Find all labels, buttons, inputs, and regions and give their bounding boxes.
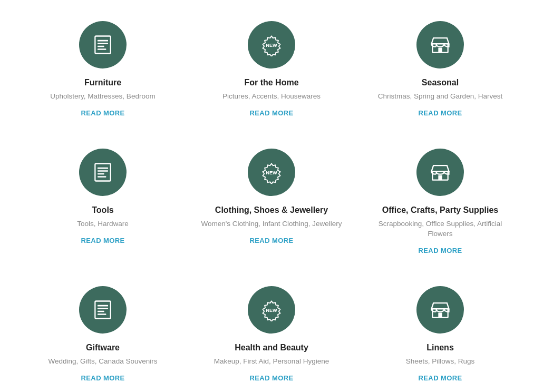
icon-circle-linens [416, 286, 464, 334]
card-title-office: Office, Crafts, Party Supplies [382, 205, 499, 215]
icon-circle-giftware [79, 286, 127, 334]
read-more-health-beauty[interactable]: READ MORE [250, 374, 294, 382]
card-title-furniture: Furniture [84, 78, 121, 87]
read-more-office[interactable]: READ MORE [419, 247, 462, 254]
card-subtitle-office: Scrapbooking, Office Supplies, Artificia… [366, 219, 514, 239]
card-clothing: Clothing, Shoes & JewelleryWomen's Cloth… [190, 138, 353, 265]
card-title-seasonal: Seasonal [422, 78, 459, 87]
card-subtitle-giftware: Wedding, Gifts, Canada Souvenirs [49, 357, 158, 367]
card-subtitle-linens: Sheets, Pillows, Rugs [406, 357, 475, 367]
card-subtitle-tools: Tools, Hardware [77, 219, 129, 229]
icon-circle-furniture [79, 21, 127, 68]
icon-circle-clothing [248, 149, 295, 196]
card-subtitle-furniture: Upholstery, Mattresses, Bedroom [50, 92, 155, 102]
card-subtitle-health-beauty: Makeup, First Aid, Personal Hygiene [214, 357, 329, 367]
read-more-linens[interactable]: READ MORE [419, 374, 462, 382]
icon-circle-seasonal [416, 21, 464, 68]
card-title-giftware: Giftware [86, 343, 120, 352]
read-more-giftware[interactable]: READ MORE [81, 374, 125, 382]
card-subtitle-seasonal: Christmas, Spring and Garden, Harvest [378, 92, 502, 102]
card-title-health-beauty: Health and Beauty [235, 343, 308, 352]
icon-circle-for-the-home [248, 21, 295, 68]
card-health-beauty: Health and BeautyMakeup, First Aid, Pers… [190, 276, 353, 392]
category-grid: FurnitureUpholstery, Mattresses, Bedroom… [21, 11, 522, 392]
read-more-for-the-home[interactable]: READ MORE [250, 109, 294, 117]
card-linens: LinensSheets, Pillows, RugsREAD MORE [358, 276, 522, 392]
icon-circle-office [416, 149, 464, 196]
card-title-tools: Tools [92, 205, 113, 215]
read-more-seasonal[interactable]: READ MORE [419, 109, 462, 117]
read-more-furniture[interactable]: READ MORE [81, 109, 125, 117]
card-seasonal: SeasonalChristmas, Spring and Garden, Ha… [358, 11, 522, 128]
card-for-the-home: For the HomePictures, Accents, Houseware… [190, 11, 353, 128]
card-giftware: GiftwareWedding, Gifts, Canada Souvenirs… [21, 276, 185, 392]
card-furniture: FurnitureUpholstery, Mattresses, Bedroom… [21, 11, 185, 128]
card-title-linens: Linens [426, 343, 454, 352]
card-office: Office, Crafts, Party SuppliesScrapbooki… [358, 138, 522, 265]
icon-circle-health-beauty [248, 286, 295, 334]
read-more-clothing[interactable]: READ MORE [250, 237, 294, 244]
card-subtitle-clothing: Women's Clothing, Infant Clothing, Jewel… [201, 219, 342, 229]
read-more-tools[interactable]: READ MORE [81, 237, 125, 244]
card-subtitle-for-the-home: Pictures, Accents, Housewares [222, 92, 321, 102]
card-title-for-the-home: For the Home [244, 78, 298, 87]
icon-circle-tools [79, 149, 127, 196]
card-title-clothing: Clothing, Shoes & Jewellery [215, 205, 328, 215]
card-tools: ToolsTools, HardwareREAD MORE [21, 138, 185, 265]
